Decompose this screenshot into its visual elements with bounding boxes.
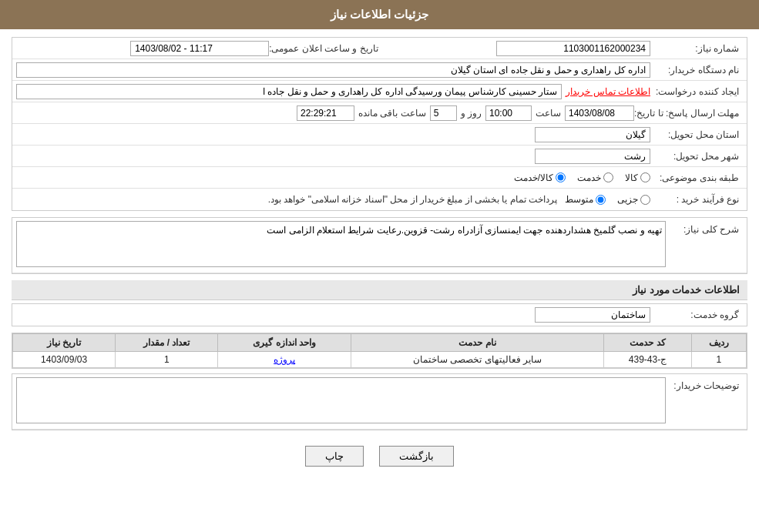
reply-remaining-label: ساعت باقی مانده bbox=[358, 108, 426, 119]
th-date: تاریخ نیاز bbox=[13, 334, 116, 352]
th-name: نام حدمت bbox=[351, 334, 603, 352]
description-label: شرح کلی نیاز: bbox=[666, 221, 743, 235]
cell-unit[interactable]: پروژه bbox=[218, 352, 351, 368]
cell-row: 1 bbox=[691, 352, 746, 368]
need-number-label: شماره نیاز: bbox=[650, 43, 743, 54]
creator-contact-link[interactable]: اطلاعات تماس خریدار bbox=[566, 86, 650, 97]
buyer-name-input[interactable] bbox=[16, 62, 650, 78]
cell-name: سایر فعالیتهای تخصصی ساختمان bbox=[351, 352, 603, 368]
th-qty: تعداد / مقدار bbox=[116, 334, 218, 352]
back-button[interactable]: بازگشت bbox=[379, 446, 454, 467]
reply-days-input[interactable] bbox=[430, 105, 457, 121]
reply-remaining-input[interactable] bbox=[297, 105, 354, 121]
buyer-desc-label: توضیحات خریدار: bbox=[666, 377, 743, 391]
service-group-label: گروه خدمت: bbox=[650, 309, 743, 320]
category-kala-khedmat-label: کالا/خدمت bbox=[514, 172, 553, 183]
category-kala-khedmat-radio[interactable] bbox=[556, 172, 566, 182]
page-title: جزئیات اطلاعات نیاز bbox=[331, 8, 428, 21]
description-row: شرح کلی نیاز: bbox=[12, 218, 747, 273]
row-reply-deadline: مهلت ارسال پاسخ: تا تاریخ: ساعت روز و سا… bbox=[12, 102, 747, 124]
page-wrapper: جزئیات اطلاعات نیاز شماره نیاز: تاریخ و … bbox=[0, 0, 759, 532]
services-table-wrapper: ردیف کد حدمت نام حدمت واحد اندازه گیری ت… bbox=[12, 333, 747, 369]
cell-code: ج-43-439 bbox=[604, 352, 692, 368]
purchase-jozyi-label: جزیی bbox=[617, 194, 638, 205]
cell-qty: 1 bbox=[116, 352, 218, 368]
category-khedmat-radio[interactable] bbox=[603, 172, 613, 182]
purchase-motavasset-label: متوسط bbox=[565, 194, 593, 205]
row-creator: ایجاد کننده درخواست: اطلاعات تماس خریدار bbox=[12, 81, 747, 102]
announce-datetime-input[interactable] bbox=[130, 41, 269, 56]
category-kala-radio[interactable] bbox=[640, 172, 650, 182]
creator-input[interactable] bbox=[16, 84, 562, 99]
row-category: طبقه بندی موضوعی: کالا خدمت کالا/خدمت bbox=[12, 167, 747, 189]
buttons-row: بازگشت چاپ bbox=[12, 437, 747, 476]
announce-datetime-label: تاریخ و ساعت اعلان عمومی: bbox=[269, 43, 382, 54]
reply-date-input[interactable] bbox=[565, 105, 634, 121]
category-label: طبقه بندی موضوعی: bbox=[650, 172, 743, 183]
province-label: استان محل تحویل: bbox=[650, 129, 743, 140]
service-group-section: گروه خدمت: bbox=[12, 303, 747, 326]
creator-label: ایجاد کننده درخواست: bbox=[650, 86, 743, 97]
buyer-desc-textarea[interactable] bbox=[16, 377, 666, 423]
purchase-type-label: نوع فرآیند خرید : bbox=[650, 194, 743, 205]
service-group-input[interactable] bbox=[535, 307, 650, 323]
reply-days-label: روز و bbox=[461, 108, 482, 119]
reply-time-label: ساعت bbox=[536, 108, 561, 119]
need-number-input[interactable] bbox=[496, 41, 650, 56]
page-header: جزئیات اطلاعات نیاز bbox=[0, 0, 759, 29]
th-row: ردیف bbox=[691, 334, 746, 352]
category-khedmat-option[interactable]: خدمت bbox=[577, 172, 613, 183]
services-section-title: اطلاعات خدمات مورد نیاز bbox=[12, 280, 747, 300]
category-kala-option[interactable]: کالا bbox=[625, 172, 650, 183]
city-label: شهر محل تحویل: bbox=[650, 151, 743, 162]
cell-date: 1403/09/03 bbox=[13, 352, 116, 368]
purchase-motavasset-option[interactable]: متوسط bbox=[565, 194, 606, 205]
buyer-name-label: نام دستگاه خریدار: bbox=[650, 65, 743, 75]
reply-time-input[interactable] bbox=[485, 105, 532, 121]
description-textarea[interactable] bbox=[16, 221, 666, 267]
th-unit: واحد اندازه گیری bbox=[218, 334, 351, 352]
services-table: ردیف کد حدمت نام حدمت واحد اندازه گیری ت… bbox=[12, 333, 747, 368]
description-section: شرح کلی نیاز: bbox=[12, 217, 747, 274]
province-input[interactable] bbox=[535, 127, 650, 142]
table-row: 1 ج-43-439 سایر فعالیتهای تخصصی ساختمان … bbox=[13, 352, 747, 368]
category-khedmat-label: خدمت bbox=[577, 172, 601, 183]
purchase-motavasset-radio[interactable] bbox=[596, 195, 606, 205]
row-buyer-name: نام دستگاه خریدار: bbox=[12, 59, 747, 81]
buyer-desc-row: توضیحات خریدار: bbox=[12, 374, 747, 430]
category-kala-label: کالا bbox=[625, 172, 638, 183]
table-header-row: ردیف کد حدمت نام حدمت واحد اندازه گیری ت… bbox=[13, 334, 747, 352]
row-service-group: گروه خدمت: bbox=[12, 304, 747, 326]
category-kala-khedmat-option[interactable]: کالا/خدمت bbox=[514, 172, 566, 183]
print-button[interactable]: چاپ bbox=[305, 446, 364, 467]
row-need-number: شماره نیاز: تاریخ و ساعت اعلان عمومی: bbox=[12, 38, 747, 59]
content-area: شماره نیاز: تاریخ و ساعت اعلان عمومی: نا… bbox=[0, 29, 759, 483]
city-input[interactable] bbox=[535, 149, 650, 164]
purchase-jozyi-radio[interactable] bbox=[640, 195, 650, 205]
purchase-jozyi-option[interactable]: جزیی bbox=[617, 194, 650, 205]
th-code: کد حدمت bbox=[604, 334, 692, 352]
purchase-notice: پرداخت تمام یا بخشی از مبلغ خریدار از مح… bbox=[268, 194, 557, 205]
row-province: استان محل تحویل: bbox=[12, 124, 747, 146]
reply-deadline-label: مهلت ارسال پاسخ: تا تاریخ: bbox=[634, 108, 743, 119]
row-purchase-type: نوع فرآیند خرید : جزیی متوسط پرداخت تمام… bbox=[12, 189, 747, 210]
buyer-desc-section: توضیحات خریدار: bbox=[12, 373, 747, 430]
main-form-section: شماره نیاز: تاریخ و ساعت اعلان عمومی: نا… bbox=[12, 37, 747, 211]
row-city: شهر محل تحویل: bbox=[12, 146, 747, 167]
